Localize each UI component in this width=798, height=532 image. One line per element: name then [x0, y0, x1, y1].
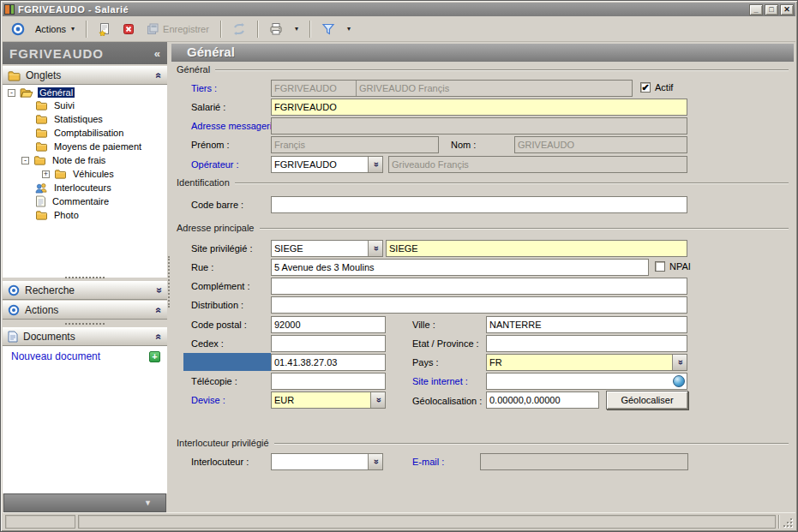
tiers-label: Tiers : — [191, 80, 217, 97]
site-privilegie-combobox[interactable]: SIEGE « — [271, 240, 383, 257]
new-document-link[interactable]: Nouveau document — [11, 350, 149, 362]
tree-item-suivi[interactable]: Suivi — [3, 99, 167, 112]
chevron-down-icon: « — [368, 459, 383, 464]
horizontal-splitter[interactable] — [3, 321, 167, 326]
refresh-button[interactable] — [229, 21, 249, 38]
chevron-up-icon[interactable]: « — [153, 73, 165, 79]
geolocalisation-input[interactable]: 0.00000,0.00000 — [486, 392, 599, 409]
ville-input[interactable]: NANTERRE — [486, 316, 687, 333]
complement-label: Complément : — [191, 278, 249, 295]
code-postal-label: Code postal : — [191, 316, 247, 333]
operateur-combobox[interactable]: FGRIVEAUDO « — [271, 156, 383, 173]
telecopie-input[interactable] — [271, 373, 386, 390]
devise-dropdown-button[interactable]: « — [370, 392, 385, 408]
telephone-label-highlighted[interactable] — [183, 353, 271, 371]
group-interlocuteur-label: Interlocuteur privilégié — [177, 438, 269, 448]
etat-province-input[interactable] — [486, 335, 687, 352]
collapse-sidebar-icon[interactable]: « — [154, 47, 160, 60]
interlocuteur-dropdown-button[interactable]: « — [368, 454, 382, 469]
group-general-label: Général — [177, 64, 210, 75]
tree-item-general-label: Général — [38, 87, 75, 98]
folder-icon — [35, 114, 48, 124]
tree-item-commentaire[interactable]: Commentaire — [3, 194, 167, 208]
chevron-up-icon[interactable]: « — [153, 334, 165, 340]
folder-open-icon — [20, 87, 33, 99]
panel-actions-header[interactable]: Actions « — [3, 301, 167, 320]
onglets-tree: - Général Suivi Statistiques — [3, 85, 167, 278]
print-options-button[interactable]: ▾ — [290, 23, 302, 34]
save-button[interactable]: Enregistrer — [142, 21, 213, 38]
resize-grip[interactable] — [782, 517, 793, 528]
operateur-dropdown-button[interactable]: « — [368, 157, 382, 172]
panel-onglets-header[interactable]: Onglets « — [3, 66, 167, 85]
tree-item-vehicules[interactable]: + Véhicules — [3, 167, 167, 181]
tree-item-comptabilisation-label: Comptabilisation — [52, 128, 125, 138]
site-dropdown-button[interactable]: « — [368, 241, 382, 256]
code-postal-input[interactable]: 92000 — [271, 316, 386, 333]
interlocuteur-label: Interlocuteur : — [191, 453, 249, 470]
add-document-icon[interactable]: + — [149, 351, 160, 362]
sidebar: FGRIVEAUDO « Onglets « - Géné — [3, 42, 167, 512]
tree-item-moyens-de-paiement[interactable]: Moyens de paiement — [3, 140, 167, 153]
actions-menu-button[interactable]: Actions ▾ — [32, 22, 78, 36]
tree-item-interlocuteurs[interactable]: Interlocuteurs — [3, 181, 167, 194]
filter-icon — [321, 22, 335, 36]
collapse-node-icon[interactable]: - — [21, 157, 29, 164]
target-icon[interactable] — [8, 21, 28, 38]
pays-dropdown-button[interactable]: « — [672, 355, 687, 370]
tree-item-note-de-frais[interactable]: - Note de frais — [3, 153, 167, 167]
tree-item-comptabilisation[interactable]: Comptabilisation — [3, 126, 167, 140]
filter-options-button[interactable]: ▾ — [342, 23, 354, 34]
panel-documents-label: Documents — [23, 331, 151, 343]
code-barre-input[interactable] — [271, 196, 687, 213]
devise-combobox[interactable]: EUR « — [271, 392, 386, 409]
tree-item-statistiques[interactable]: Statistiques — [3, 112, 167, 126]
rue-input[interactable]: 5 Avenue des 3 Moulins — [271, 259, 649, 276]
actif-checkbox[interactable]: ✔ — [640, 82, 651, 93]
devise-label: Devise : — [191, 392, 225, 409]
site-privilegie-value: SIEGE — [274, 243, 303, 254]
cedex-input[interactable] — [271, 335, 386, 352]
refresh-icon — [232, 22, 246, 36]
telecopie-label: Télécopie : — [191, 373, 237, 390]
close-button[interactable]: ✕ — [780, 4, 794, 15]
print-dropdown-arrow: ▾ — [295, 25, 298, 33]
npai-checkbox[interactable] — [655, 261, 665, 272]
site-internet-input[interactable] — [486, 373, 687, 390]
page-title: Général — [171, 44, 794, 62]
group-identification: Identification — [177, 177, 789, 188]
status-separator — [778, 515, 779, 529]
collapse-node-icon[interactable]: - — [8, 89, 15, 97]
horizontal-splitter[interactable] — [3, 275, 167, 280]
telephone-input[interactable]: 01.41.38.27.03 — [271, 354, 386, 371]
filter-button[interactable] — [318, 21, 339, 38]
tree-item-photo[interactable]: Photo — [3, 208, 167, 222]
new-record-icon — [98, 22, 111, 36]
group-adresse-label: Adresse principale — [177, 223, 255, 233]
expand-node-icon[interactable]: + — [42, 170, 50, 178]
print-button[interactable] — [266, 21, 286, 38]
collapsed-panel-bar[interactable]: ▼ — [3, 493, 166, 512]
toolbar-separator — [257, 21, 258, 38]
ville-label: Ville : — [412, 316, 435, 333]
group-interlocuteur: Interlocuteur privilégié — [177, 438, 789, 448]
triangle-down-icon: ▼ — [144, 499, 152, 507]
new-record-button[interactable] — [94, 21, 115, 38]
distribution-label: Distribution : — [191, 296, 243, 314]
panel-recherche-header[interactable]: Recherche « — [3, 281, 167, 300]
tree-item-general[interactable]: - Général — [3, 85, 167, 99]
distribution-input[interactable] — [271, 296, 687, 314]
rue-label: Rue : — [191, 259, 213, 276]
geolocaliser-button[interactable]: Géolocaliser — [606, 391, 688, 409]
chevron-down-icon[interactable]: « — [153, 288, 165, 294]
maximize-button[interactable]: □ — [765, 4, 778, 15]
panel-documents-header[interactable]: Documents « — [3, 327, 167, 346]
salarie-input[interactable]: FGRIVEAUDO — [271, 99, 687, 116]
pays-combobox[interactable]: FR « — [486, 354, 687, 371]
interlocuteur-combobox[interactable]: « — [271, 453, 383, 470]
chevron-up-icon[interactable]: « — [153, 308, 165, 314]
delete-record-button[interactable] — [118, 21, 139, 38]
globe-icon[interactable] — [673, 375, 685, 387]
minimize-button[interactable]: _ — [749, 4, 763, 15]
complement-input[interactable] — [271, 278, 687, 295]
